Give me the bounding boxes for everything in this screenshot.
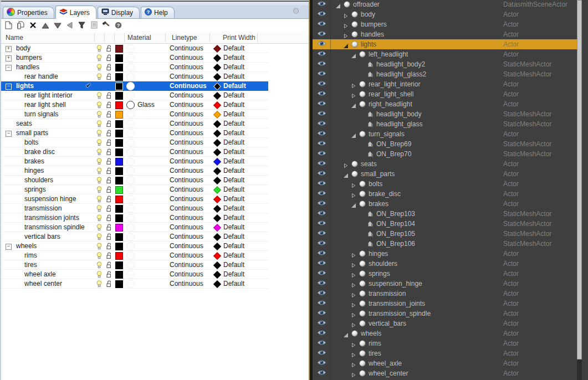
material-preview-icon[interactable]: [126, 233, 135, 241]
material-preview-icon[interactable]: [126, 82, 135, 90]
actor-name[interactable]: ON_Brep70: [376, 150, 411, 158]
visibility-eye-toggle[interactable]: [313, 348, 331, 358]
layer-help-button[interactable]: ?: [114, 22, 123, 31]
layer-color-swatch[interactable]: [115, 196, 123, 203]
layer-unlock-icon[interactable]: [106, 158, 113, 167]
column-header-name[interactable]: Name: [6, 34, 23, 42]
layer-visible-bulb-icon[interactable]: [96, 252, 102, 261]
layer-unlock-icon[interactable]: [106, 224, 113, 233]
visibility-eye-toggle[interactable]: [313, 139, 331, 149]
layer-row[interactable]: +bodyContinuousDefault: [1, 44, 268, 53]
material-preview-icon[interactable]: [126, 204, 135, 213]
layer-row[interactable]: transmission spindleContinuousDefault: [1, 223, 268, 232]
print-color-diamond-icon[interactable]: [213, 243, 221, 250]
outliner-row[interactable]: transmission_jointsActor: [313, 299, 577, 309]
layer-row[interactable]: rear light interiorContinuousDefault: [1, 91, 268, 100]
layer-visible-bulb-icon[interactable]: [96, 214, 102, 223]
layer-print-width[interactable]: Default: [223, 280, 244, 287]
layer-color-swatch[interactable]: [115, 73, 123, 81]
visibility-eye-toggle[interactable]: [313, 309, 331, 319]
tree-collapsed-arrow-icon[interactable]: [351, 92, 356, 96]
print-color-diamond-icon[interactable]: [213, 54, 221, 62]
tab-properties[interactable]: Properties: [3, 7, 54, 18]
layer-color-swatch[interactable]: [115, 224, 123, 232]
tree-collapsed-arrow-icon[interactable]: [344, 162, 348, 166]
outliner-row[interactable]: headlight_glassStaticMeshActor: [313, 119, 577, 129]
collapse-toggle[interactable]: −: [6, 131, 12, 137]
actor-name[interactable]: hinges: [369, 250, 388, 258]
actor-name[interactable]: rear_light_shell: [369, 90, 413, 98]
print-color-diamond-icon[interactable]: [213, 252, 221, 260]
visibility-eye-toggle[interactable]: [313, 49, 331, 59]
visibility-eye-toggle[interactable]: [313, 159, 331, 169]
layer-tools-button[interactable]: [101, 22, 111, 31]
filter-button[interactable]: [77, 22, 86, 31]
layer-linetype[interactable]: Continuous: [170, 167, 203, 174]
outliner-row[interactable]: wheelsActor: [313, 328, 577, 338]
actor-name[interactable]: rear_light_interior: [369, 80, 420, 88]
layer-color-swatch[interactable]: [115, 158, 123, 166]
outliner-row[interactable]: bumpersActor: [313, 19, 577, 29]
layer-linetype[interactable]: Continuous: [170, 138, 203, 146]
layer-unlock-icon[interactable]: [106, 252, 113, 261]
actor-name[interactable]: transmission_joints: [369, 300, 425, 307]
material-preview-icon[interactable]: [126, 101, 135, 109]
collapse-toggle[interactable]: −: [6, 84, 12, 90]
layer-color-swatch[interactable]: [115, 83, 123, 90]
actor-name[interactable]: handles: [361, 30, 384, 38]
actor-name[interactable]: shoulders: [369, 260, 397, 268]
visibility-eye-toggle[interactable]: [313, 19, 331, 29]
column-header-print-width[interactable]: Print Width: [223, 34, 255, 42]
layer-unlock-icon[interactable]: [106, 120, 113, 129]
print-color-diamond-icon[interactable]: [213, 224, 221, 232]
actor-name[interactable]: seats: [361, 160, 377, 168]
tree-expanded-arrow-icon[interactable]: [351, 102, 356, 106]
print-color-diamond-icon[interactable]: [213, 111, 221, 119]
tab-help[interactable]: ?Help: [141, 7, 175, 18]
layer-visible-bulb-icon[interactable]: [96, 73, 102, 82]
layer-visible-bulb-icon[interactable]: [96, 130, 102, 138]
tree-collapsed-arrow-icon[interactable]: [351, 341, 356, 346]
outliner-row[interactable]: ON_Brep70StaticMeshActor: [313, 149, 577, 159]
material-preview-icon[interactable]: [126, 214, 135, 222]
actor-name[interactable]: suspension_hinge: [369, 280, 422, 287]
tree-collapsed-arrow-icon[interactable]: [351, 261, 356, 266]
layer-visible-bulb-icon[interactable]: [96, 54, 102, 63]
layer-print-width[interactable]: Default: [223, 204, 244, 212]
layer-unlock-icon[interactable]: [106, 139, 113, 148]
visibility-eye-toggle[interactable]: [313, 269, 331, 279]
outliner-row[interactable]: lightsActor: [313, 39, 577, 49]
tree-expanded-arrow-icon[interactable]: [344, 331, 348, 336]
layer-row[interactable]: seatsContinuousDefault: [1, 119, 268, 129]
layer-print-width[interactable]: Default: [223, 233, 244, 240]
tree-collapsed-arrow-icon[interactable]: [351, 281, 356, 286]
material-preview-icon[interactable]: [126, 54, 135, 62]
tree-collapsed-arrow-icon[interactable]: [344, 22, 348, 27]
layer-print-width[interactable]: Default: [223, 195, 244, 203]
material-preview-icon[interactable]: [126, 91, 135, 100]
tree-collapsed-arrow-icon[interactable]: [351, 291, 356, 296]
layer-unlock-icon[interactable]: [106, 243, 113, 251]
layer-linetype[interactable]: Continuous: [170, 157, 203, 165]
actor-name[interactable]: headlight_body2: [376, 60, 425, 68]
outliner-row[interactable]: rear_light_interiorActor: [313, 79, 577, 89]
visibility-eye-toggle[interactable]: [313, 299, 331, 309]
expand-toggle[interactable]: +: [6, 46, 12, 52]
visibility-eye-toggle[interactable]: [313, 338, 331, 348]
layer-row[interactable]: vertical barsContinuousDefault: [1, 232, 268, 242]
outliner-row[interactable]: wheel_centerActor: [313, 368, 577, 378]
layer-linetype[interactable]: Continuous: [170, 186, 203, 193]
layer-color-swatch[interactable]: [115, 148, 123, 156]
actor-name[interactable]: springs: [369, 270, 390, 278]
material-preview-icon[interactable]: [126, 242, 135, 250]
layer-visible-bulb-icon[interactable]: [96, 139, 102, 148]
outliner-row[interactable]: ON_Brep69StaticMeshActor: [313, 139, 577, 149]
outliner-row[interactable]: ON_Brep104StaticMeshActor: [313, 219, 577, 229]
layer-print-width[interactable]: Default: [223, 120, 244, 127]
layer-print-width[interactable]: Default: [223, 82, 246, 90]
layer-visible-bulb-icon[interactable]: [96, 111, 102, 120]
outliner-row[interactable]: bodyActor: [313, 9, 577, 19]
expand-toggle[interactable]: +: [6, 55, 12, 61]
layer-row[interactable]: hingesContinuousDefault: [1, 166, 268, 176]
layer-linetype[interactable]: Continuous: [170, 280, 203, 287]
